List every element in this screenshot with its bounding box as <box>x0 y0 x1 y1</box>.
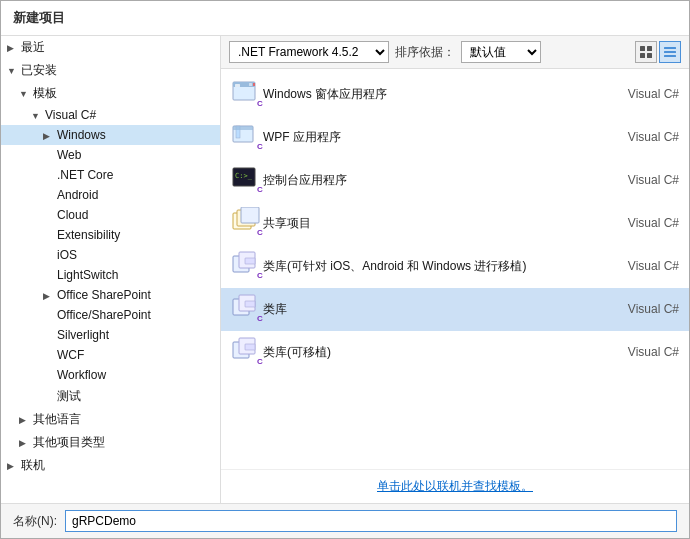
template-name-classlib: 类库 <box>263 301 287 318</box>
svg-rect-6 <box>664 55 676 57</box>
template-lang-classlib: Visual C# <box>618 302 679 316</box>
svg-text:C#: C# <box>257 228 263 237</box>
svg-rect-5 <box>664 51 676 53</box>
svg-rect-4 <box>664 47 676 49</box>
tree-label-office-slash: Office/SharePoint <box>57 308 151 322</box>
tree-item-lightswitch[interactable]: LightSwitch <box>1 265 220 285</box>
tree-label-installed: 已安装 <box>21 63 57 77</box>
grid-view-button[interactable] <box>635 41 657 63</box>
svg-rect-15 <box>233 126 253 130</box>
tree-item-cloud[interactable]: Cloud <box>1 205 220 225</box>
project-name-input[interactable] <box>65 510 677 532</box>
template-lang-console: Visual C# <box>618 173 679 187</box>
template-list[interactable]: C# Windows 窗体应用程序 Visual C# C# WPF 应用程序 … <box>221 69 689 469</box>
tree-item-web[interactable]: Web <box>1 145 220 165</box>
svg-rect-11 <box>253 83 255 86</box>
list-view-button[interactable] <box>659 41 681 63</box>
tree-item-silverlight[interactable]: Silverlight <box>1 325 220 345</box>
tree-label-extensibility: Extensibility <box>57 228 120 242</box>
find-templates-link[interactable]: 单击此处以联机并查找模板。 <box>377 479 533 493</box>
template-item-wpf[interactable]: C# WPF 应用程序 Visual C# <box>221 116 689 159</box>
template-icon-wpf: C# <box>231 121 263 153</box>
tree-toggle-templates[interactable]: ▼ <box>19 89 33 99</box>
tree-item-other-types[interactable]: ▶其他项目类型 <box>1 431 220 454</box>
template-lang-wpf: Visual C# <box>618 130 679 144</box>
template-row-console: C:>_ C# 控制台应用程序 Visual C# <box>231 164 679 196</box>
template-name-portable-lib: 类库(可针对 iOS、Android 和 Windows 进行移植) <box>263 258 526 275</box>
tree-item-extensibility[interactable]: Extensibility <box>1 225 220 245</box>
svg-rect-3 <box>647 53 652 58</box>
tree-label-lightswitch: LightSwitch <box>57 268 118 282</box>
svg-text:C#: C# <box>257 357 263 366</box>
tree-toggle-office-sharepoint[interactable]: ▶ <box>43 291 57 301</box>
template-name-winforms: Windows 窗体应用程序 <box>263 86 387 103</box>
tree-item-windows[interactable]: ▶Windows <box>1 125 220 145</box>
tree-toggle-online[interactable]: ▶ <box>7 461 21 471</box>
template-icon-portable-classlib: C# <box>231 336 263 368</box>
tree-label-visual-csharp: Visual C# <box>45 108 96 122</box>
tree-label-office-sharepoint: Office SharePoint <box>57 288 151 302</box>
svg-text:C:>_: C:>_ <box>235 172 253 180</box>
tree-item-test[interactable]: 测试 <box>1 385 220 408</box>
svg-rect-1 <box>647 46 652 51</box>
tree-item-net-core[interactable]: .NET Core <box>1 165 220 185</box>
tree-label-recent: 最近 <box>21 40 45 54</box>
title-text: 新建项目 <box>13 10 65 25</box>
tree-item-android[interactable]: Android <box>1 185 220 205</box>
tree-item-templates[interactable]: ▼模板 <box>1 82 220 105</box>
tree-item-ios[interactable]: iOS <box>1 245 220 265</box>
template-item-winforms[interactable]: C# Windows 窗体应用程序 Visual C# <box>221 73 689 116</box>
tree-label-ios: iOS <box>57 248 77 262</box>
tree-label-android: Android <box>57 188 98 202</box>
template-item-classlib[interactable]: C# 类库 Visual C# <box>221 288 689 331</box>
template-name-console: 控制台应用程序 <box>263 172 347 189</box>
tree-label-silverlight: Silverlight <box>57 328 109 342</box>
svg-rect-0 <box>640 46 645 51</box>
tree-item-office-sharepoint[interactable]: ▶Office SharePoint <box>1 285 220 305</box>
sort-select[interactable]: 默认值 <box>461 41 541 63</box>
tree-label-wcf: WCF <box>57 348 84 362</box>
sort-label: 排序依据： <box>395 44 455 61</box>
template-row-winforms: C# Windows 窗体应用程序 Visual C# <box>231 78 679 110</box>
template-item-console[interactable]: C:>_ C# 控制台应用程序 Visual C# <box>221 159 689 202</box>
template-icon-portable-lib: C# <box>231 250 263 282</box>
tree-item-office-slash[interactable]: Office/SharePoint <box>1 305 220 325</box>
tree-item-recent[interactable]: ▶最近 <box>1 36 220 59</box>
link-area: 单击此处以联机并查找模板。 <box>221 469 689 503</box>
tree-label-windows: Windows <box>57 128 106 142</box>
template-tree: ▶最近▼已安装▼模板▼Visual C#▶WindowsWeb.NET Core… <box>1 36 220 477</box>
template-item-portable-classlib[interactable]: C# 类库(可移植) Visual C# <box>221 331 689 374</box>
template-icon-shared: C# <box>231 207 263 239</box>
template-item-portable-lib[interactable]: C# 类库(可针对 iOS、Android 和 Windows 进行移植) Vi… <box>221 245 689 288</box>
tree-toggle-other-langs[interactable]: ▶ <box>19 415 33 425</box>
tree-toggle-recent[interactable]: ▶ <box>7 43 21 53</box>
right-panel: .NET Framework 4.5.2 排序依据： 默认值 <box>221 36 689 503</box>
tree-item-online[interactable]: ▶联机 <box>1 454 220 477</box>
name-label: 名称(N): <box>13 513 57 530</box>
tree-label-other-langs: 其他语言 <box>33 412 81 426</box>
template-item-shared[interactable]: C# 共享项目 Visual C# <box>221 202 689 245</box>
tree-label-web: Web <box>57 148 81 162</box>
left-panel[interactable]: ▶最近▼已安装▼模板▼Visual C#▶WindowsWeb.NET Core… <box>1 36 221 503</box>
tree-item-workflow[interactable]: Workflow <box>1 365 220 385</box>
toolbar: .NET Framework 4.5.2 排序依据： 默认值 <box>221 36 689 69</box>
tree-label-other-types: 其他项目类型 <box>33 435 105 449</box>
svg-rect-2 <box>640 53 645 58</box>
tree-item-wcf[interactable]: WCF <box>1 345 220 365</box>
tree-item-installed[interactable]: ▼已安装 <box>1 59 220 82</box>
framework-select[interactable]: .NET Framework 4.5.2 <box>229 41 389 63</box>
tree-label-test: 测试 <box>57 389 81 403</box>
tree-item-visual-csharp[interactable]: ▼Visual C# <box>1 105 220 125</box>
template-icon-classlib: C# <box>231 293 263 325</box>
template-name-wpf: WPF 应用程序 <box>263 129 341 146</box>
tree-item-other-langs[interactable]: ▶其他语言 <box>1 408 220 431</box>
tree-toggle-windows[interactable]: ▶ <box>43 131 57 141</box>
tree-toggle-other-types[interactable]: ▶ <box>19 438 33 448</box>
tree-toggle-installed[interactable]: ▼ <box>7 66 21 76</box>
tree-toggle-visual-csharp[interactable]: ▼ <box>31 111 45 121</box>
tree-label-net-core: .NET Core <box>57 168 113 182</box>
svg-text:C#: C# <box>257 314 263 323</box>
tree-label-online: 联机 <box>21 458 45 472</box>
template-row-portable-lib: C# 类库(可针对 iOS、Android 和 Windows 进行移植) Vi… <box>231 250 679 282</box>
svg-rect-26 <box>245 258 255 264</box>
